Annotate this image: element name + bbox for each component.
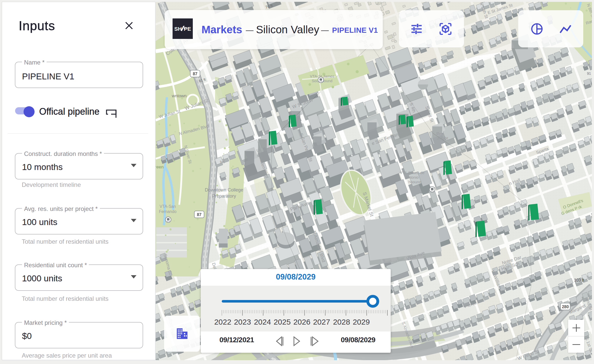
svg-text:reen: reen xyxy=(156,165,164,169)
svg-text:280: 280 xyxy=(562,305,569,309)
svg-text:hbound: hbound xyxy=(408,180,421,184)
svg-text:Downtown College: Downtown College xyxy=(205,187,243,192)
svg-text:Fernando: Fernando xyxy=(159,209,177,214)
svg-text:VTA-San: VTA-San xyxy=(160,204,176,209)
svg-text:87: 87 xyxy=(197,212,201,217)
svg-text:ther: ther xyxy=(436,131,443,136)
svg-text:Antonio: Antonio xyxy=(406,175,419,179)
svg-text:91 ft: 91 ft xyxy=(587,71,592,76)
svg-text:SH: SH xyxy=(174,26,182,32)
svg-text:Preparatory: Preparatory xyxy=(212,194,236,199)
svg-text:103 ft: 103 ft xyxy=(574,278,585,282)
svg-text:87: 87 xyxy=(193,72,197,76)
svg-text:VTA-Paseo de: VTA-Paseo de xyxy=(400,170,425,175)
svg-text:Jr Libr: Jr Libr xyxy=(437,136,448,140)
svg-text:tel: tel xyxy=(220,159,225,164)
svg-text:wntown: wntown xyxy=(172,93,187,98)
